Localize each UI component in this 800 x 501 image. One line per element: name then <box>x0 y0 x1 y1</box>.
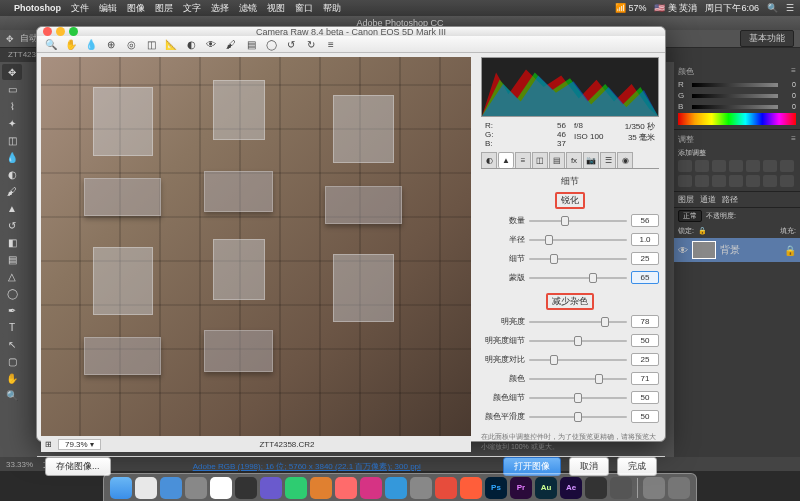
tab-detail[interactable]: ▲ <box>498 152 514 168</box>
reminders-app[interactable] <box>235 477 257 499</box>
spectrum-picker[interactable] <box>678 113 796 125</box>
spotlight-icon[interactable]: 🔍 <box>767 3 778 13</box>
luminance-input[interactable]: 78 <box>631 315 659 328</box>
color-smooth-input[interactable]: 50 <box>631 410 659 423</box>
crop-tool[interactable]: ◫ <box>2 132 22 148</box>
adj-grad[interactable] <box>780 175 794 187</box>
adj-hue[interactable] <box>763 160 777 172</box>
color-detail-input[interactable]: 50 <box>631 391 659 404</box>
luminance-slider[interactable] <box>529 316 627 328</box>
menu-view[interactable]: 视图 <box>267 2 285 15</box>
menu-layer[interactable]: 图层 <box>155 2 173 15</box>
gradient-tool[interactable]: ▤ <box>2 251 22 267</box>
detail-slider[interactable] <box>529 253 627 265</box>
other-app[interactable] <box>610 477 632 499</box>
color-nr-slider[interactable] <box>529 373 627 385</box>
save-image-button[interactable]: 存储图像... <box>45 457 111 476</box>
adj-exposure[interactable] <box>729 160 743 172</box>
menu-filter[interactable]: 滤镜 <box>239 2 257 15</box>
menu-file[interactable]: 文件 <box>71 2 89 15</box>
menu-window[interactable]: 窗口 <box>295 2 313 15</box>
adj-invert[interactable] <box>729 175 743 187</box>
brush-tool[interactable]: 🖌 <box>2 183 22 199</box>
target-icon[interactable]: ◎ <box>123 36 139 52</box>
menu-help[interactable]: 帮助 <box>323 2 341 15</box>
terminal-app[interactable] <box>585 477 607 499</box>
mail-app[interactable] <box>160 477 182 499</box>
crop-icon[interactable]: ◫ <box>143 36 159 52</box>
eyedropper-tool[interactable]: 💧 <box>2 149 22 165</box>
radius-input[interactable]: 1.0 <box>631 233 659 246</box>
wand-tool[interactable]: ✦ <box>2 115 22 131</box>
trash[interactable] <box>668 477 690 499</box>
menu-type[interactable]: 文字 <box>183 2 201 15</box>
adj-curves[interactable] <box>712 160 726 172</box>
adj-brush-icon[interactable]: 🖌 <box>223 36 239 52</box>
bridge-app[interactable] <box>460 477 482 499</box>
color-smooth-slider[interactable] <box>529 411 627 423</box>
rotate-ccw-icon[interactable]: ↺ <box>283 36 299 52</box>
lum-contrast-input[interactable]: 25 <box>631 353 659 366</box>
tab-snap[interactable]: ◉ <box>617 152 633 168</box>
rotate-cw-icon[interactable]: ↻ <box>303 36 319 52</box>
zoom-dropdown[interactable]: 79.3% ▾ <box>58 439 101 450</box>
tab-camera[interactable]: 📷 <box>583 152 599 168</box>
clock[interactable]: 周日下午6:06 <box>705 2 759 15</box>
color-nr-input[interactable]: 71 <box>631 372 659 385</box>
aftereffects-app[interactable]: Ae <box>560 477 582 499</box>
visibility-icon[interactable]: 👁 <box>678 245 688 256</box>
eraser-tool[interactable]: ◧ <box>2 234 22 250</box>
zoom-tool-icon[interactable]: 🔍 <box>43 36 59 52</box>
lum-contrast-slider[interactable] <box>529 354 627 366</box>
shape-tool[interactable]: ▢ <box>2 353 22 369</box>
adj-thresh[interactable] <box>763 175 777 187</box>
tab-presets[interactable]: ☰ <box>600 152 616 168</box>
downloads-stack[interactable] <box>643 477 665 499</box>
contacts-app[interactable] <box>185 477 207 499</box>
adj-brightness[interactable] <box>678 160 692 172</box>
tab-lens[interactable]: ▤ <box>549 152 565 168</box>
tab-layers[interactable]: 图层 <box>678 194 694 205</box>
redeye-icon[interactable]: 👁 <box>203 36 219 52</box>
menu-edit[interactable]: 编辑 <box>99 2 117 15</box>
audition-app[interactable]: Au <box>535 477 557 499</box>
move-tool[interactable]: ✥ <box>2 64 22 80</box>
facetime-app[interactable] <box>285 477 307 499</box>
tab-channels[interactable]: 通道 <box>700 194 716 205</box>
sampler-icon[interactable]: ⊕ <box>103 36 119 52</box>
grad-icon[interactable]: ▤ <box>243 36 259 52</box>
hand-tool[interactable]: ✋ <box>2 370 22 386</box>
calendar-app[interactable] <box>210 477 232 499</box>
radius-slider[interactable] <box>529 234 627 246</box>
masking-slider[interactable] <box>529 272 627 284</box>
lum-detail-input[interactable]: 50 <box>631 334 659 347</box>
radial-icon[interactable]: ◯ <box>263 36 279 52</box>
adj-levels[interactable] <box>695 160 709 172</box>
lum-detail-slider[interactable] <box>529 335 627 347</box>
settings-app[interactable] <box>410 477 432 499</box>
input-flag[interactable]: 🇺🇸 美 英消 <box>654 2 697 15</box>
color-detail-slider[interactable] <box>529 392 627 404</box>
safari-app[interactable] <box>135 477 157 499</box>
hand-tool-icon[interactable]: ✋ <box>63 36 79 52</box>
blend-mode[interactable]: 正常 <box>678 210 702 222</box>
finder-app[interactable] <box>110 477 132 499</box>
type-tool[interactable]: T <box>2 319 22 335</box>
ibooks-app[interactable] <box>310 477 332 499</box>
app-name[interactable]: Photoshop <box>14 3 61 13</box>
adj-mixer[interactable] <box>695 175 709 187</box>
tab-split[interactable]: ◫ <box>532 152 548 168</box>
workspace-dropdown[interactable]: 基本功能 <box>740 30 794 47</box>
history-brush-tool[interactable]: ↺ <box>2 217 22 233</box>
preview-image[interactable] <box>41 57 471 436</box>
pen-tool[interactable]: ✒ <box>2 302 22 318</box>
appstore-app[interactable] <box>385 477 407 499</box>
layer-row[interactable]: 👁 背景 🔒 <box>674 238 800 262</box>
stamp-tool[interactable]: ▲ <box>2 200 22 216</box>
spot-icon[interactable]: ◐ <box>183 36 199 52</box>
adj-bw[interactable] <box>780 160 794 172</box>
tab-fx[interactable]: fx <box>566 152 582 168</box>
tab-paths[interactable]: 路径 <box>722 194 738 205</box>
marquee-tool[interactable]: ▭ <box>2 81 22 97</box>
amount-input[interactable]: 56 <box>631 214 659 227</box>
